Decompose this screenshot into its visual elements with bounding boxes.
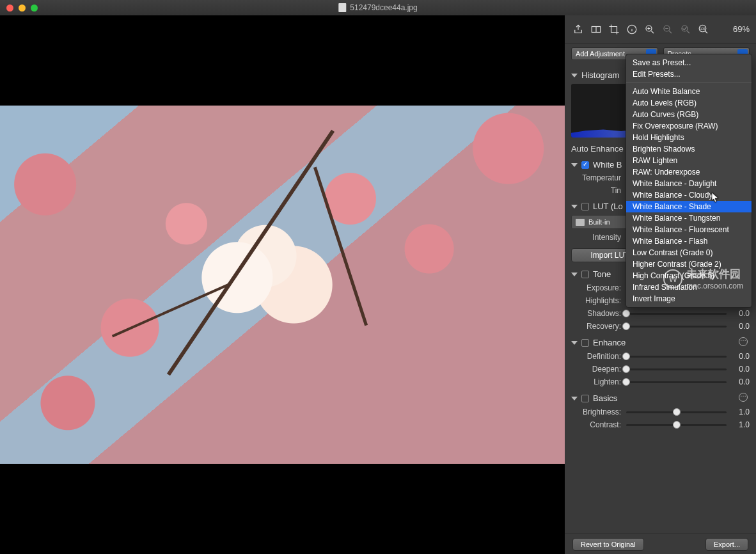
brightness-label: Brightness: [571, 408, 621, 416]
preset-menu-item[interactable]: Save as Preset... [626, 57, 752, 68]
deepen-label: Deepen: [571, 365, 621, 374]
preset-menu-item[interactable]: Low Contrast (Grade 0) [626, 247, 752, 258]
preset-menu-item[interactable]: White Balance - Flash [626, 235, 752, 247]
revert-button[interactable]: Revert to Original [572, 538, 644, 551]
cursor-icon [712, 193, 720, 203]
preset-menu-item[interactable]: RAW: Underexpose [626, 166, 752, 178]
minimize-window-button[interactable] [19, 4, 26, 12]
tone-checkbox[interactable] [581, 271, 589, 278]
brightness-slider-row: Brightness: 1.0 [571, 408, 750, 416]
slider-thumb[interactable] [622, 352, 630, 360]
compare-icon[interactable] [589, 22, 603, 36]
close-window-button[interactable] [6, 4, 13, 12]
deepen-slider-row: Deepen: 0.0 [571, 365, 750, 374]
shadows-slider[interactable] [626, 313, 727, 315]
preset-menu-item[interactable]: Edit Presets... [626, 68, 752, 80]
menu-separator [626, 83, 752, 83]
shadows-value: 0.0 [732, 309, 750, 318]
contrast-slider-row: Contrast: 1.0 [571, 420, 750, 429]
deepen-value: 0.0 [732, 365, 750, 374]
intensity-label: Intensity [571, 233, 621, 242]
exposure-label: Exposure: [571, 283, 621, 292]
recovery-slider[interactable] [626, 326, 727, 328]
document-icon [338, 3, 346, 12]
slider-thumb[interactable] [673, 421, 681, 429]
enhance-section-header[interactable]: Enhance [571, 337, 750, 348]
preset-menu-item[interactable]: Auto White Balance [626, 86, 752, 97]
zoom-100-icon[interactable]: 100 [697, 22, 711, 36]
preset-menu-item[interactable]: White Balance - Tungsten [626, 212, 752, 224]
info-icon[interactable] [625, 22, 639, 36]
basics-section-header[interactable]: Basics [571, 393, 750, 404]
disclosure-triangle-icon [571, 163, 578, 167]
disclosure-triangle-icon [571, 341, 578, 345]
watermark-logo-icon: W [663, 269, 682, 289]
lighten-value: 0.0 [732, 377, 750, 386]
contrast-label: Contrast: [571, 420, 621, 429]
brightness-slider[interactable] [626, 411, 727, 413]
zoom-window-button[interactable] [31, 4, 38, 12]
zoom-in-icon[interactable] [643, 22, 657, 36]
definition-label: Definition: [571, 352, 621, 361]
sidebar-footer: Revert to Original Export... [565, 534, 756, 554]
enhance-checkbox[interactable] [581, 339, 589, 347]
definition-value: 0.0 [732, 352, 750, 361]
enhance-more-button[interactable] [737, 337, 750, 348]
recovery-label: Recovery: [571, 322, 621, 331]
preset-menu-item[interactable]: Hold Highlights [626, 132, 752, 143]
highlights-label: Highlights: [571, 296, 621, 305]
preset-menu-item[interactable]: Brighten Shadows [626, 143, 752, 155]
more-icon [739, 337, 748, 346]
preset-menu-item[interactable]: Invert Image [626, 293, 752, 305]
window-title: 512479dcee44a.jpg [338, 3, 417, 12]
zoom-level-label: 69% [733, 24, 750, 34]
slider-thumb[interactable] [622, 322, 630, 330]
image-canvas[interactable] [0, 15, 565, 554]
window-controls [6, 4, 38, 12]
temperature-label: Temperatur [571, 173, 621, 182]
preset-menu-item[interactable]: White Balance - Shade [626, 201, 752, 212]
lut-checkbox[interactable] [581, 203, 589, 210]
svg-text:100: 100 [700, 27, 705, 30]
slider-thumb[interactable] [622, 378, 630, 386]
deepen-slider[interactable] [626, 368, 727, 370]
preset-menu-item[interactable]: White Balance - Daylight [626, 178, 752, 189]
slider-thumb[interactable] [622, 310, 630, 317]
zoom-out-icon[interactable] [661, 22, 675, 36]
white-balance-checkbox[interactable] [581, 161, 589, 169]
recovery-slider-row: Recovery: 0.0 [571, 322, 750, 331]
preset-menu-item[interactable]: RAW Lighten [626, 155, 752, 166]
slider-thumb[interactable] [622, 365, 630, 373]
disclosure-triangle-icon [571, 74, 578, 77]
svg-point-4 [682, 26, 688, 31]
photo-preview [0, 106, 565, 464]
crop-icon[interactable] [607, 22, 621, 36]
basics-more-button[interactable] [737, 393, 750, 404]
brightness-value: 1.0 [732, 408, 750, 416]
zoom-fit-icon[interactable] [679, 22, 693, 36]
preset-menu-item[interactable]: Auto Curves (RGB) [626, 109, 752, 120]
share-icon[interactable] [571, 22, 585, 36]
folder-icon [576, 219, 585, 226]
shadows-slider-row: Shadows: 0.0 [571, 309, 750, 318]
filename-label: 512479dcee44a.jpg [350, 3, 417, 12]
lighten-slider-row: Lighten: 0.0 [571, 377, 750, 386]
adjustments-sidebar: 100 69% Add Adjustment⌄ Presets⌄ Histogr… [565, 15, 756, 554]
sidebar-toolbar: 100 69% [565, 15, 756, 44]
preset-menu-item[interactable]: Auto Levels (RGB) [626, 97, 752, 109]
definition-slider[interactable] [626, 356, 727, 358]
basics-checkbox[interactable] [581, 395, 589, 402]
export-button[interactable]: Export... [705, 538, 748, 551]
preset-menu-item[interactable]: White Balance - Fluorescent [626, 224, 752, 235]
preset-menu-item[interactable]: White Balance - Cloudy [626, 189, 752, 201]
slider-thumb[interactable] [673, 408, 681, 416]
preset-menu-item[interactable]: Fix Overexposure (RAW) [626, 120, 752, 132]
disclosure-triangle-icon [571, 273, 578, 276]
window-titlebar: 512479dcee44a.jpg [0, 0, 756, 15]
tint-label: Tin [571, 186, 621, 195]
lighten-slider[interactable] [626, 381, 727, 383]
contrast-slider[interactable] [626, 424, 727, 426]
disclosure-triangle-icon [571, 205, 578, 209]
recovery-value: 0.0 [732, 322, 750, 331]
disclosure-triangle-icon [571, 397, 578, 400]
